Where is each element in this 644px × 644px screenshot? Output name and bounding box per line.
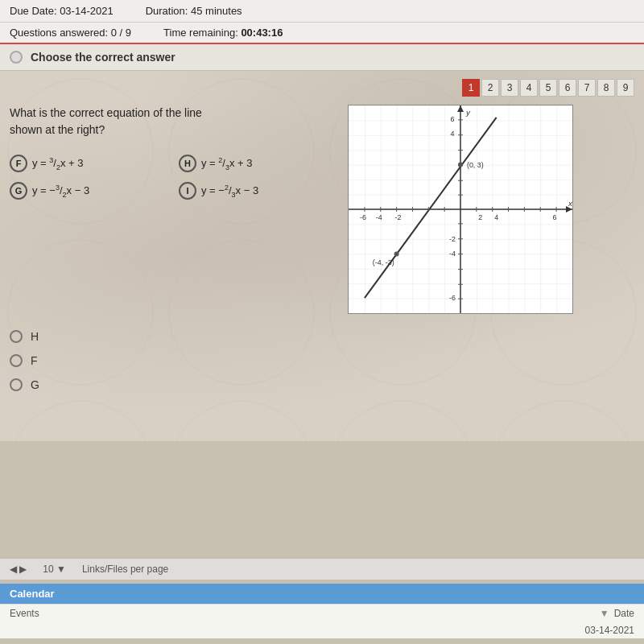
- option-H-math: y = 2/3x + 3: [201, 156, 253, 171]
- svg-text:-2: -2: [449, 235, 456, 243]
- radio-btn-F[interactable]: [10, 354, 23, 367]
- second-bar: Questions answered: 0 / 9 Time remaining…: [0, 23, 644, 44]
- radio-F[interactable]: F: [10, 354, 634, 367]
- calendar-title: Calendar: [10, 588, 55, 600]
- calendar-header: Calendar: [0, 584, 644, 604]
- page-3[interactable]: 3: [501, 79, 518, 97]
- radio-label-F: F: [31, 354, 38, 367]
- svg-point-20: [458, 162, 463, 167]
- filter-icon: ▼: [600, 608, 609, 619]
- question-instruction: Choose the correct answer: [31, 51, 175, 64]
- question-text-area: What is the correct equation of the line…: [10, 105, 332, 314]
- page-9[interactable]: 9: [617, 79, 634, 97]
- radio-label-H: H: [31, 330, 39, 343]
- svg-text:2: 2: [478, 213, 482, 221]
- svg-text:-6: -6: [449, 294, 456, 302]
- question-radio-indicator: [10, 51, 23, 64]
- calendar-date-value: 03-14-2021: [585, 625, 634, 636]
- option-G-label: G: [10, 182, 27, 200]
- option-F-label: F: [10, 155, 27, 172]
- svg-text:6: 6: [451, 115, 455, 123]
- option-H-label: H: [179, 155, 196, 172]
- question-header: Choose the correct answer: [0, 44, 644, 71]
- top-bar: Due Date: 03-14-2021 Duration: 45 minute…: [0, 0, 644, 23]
- main-content: 1 2 3 4 5 6 7 8 9 What is the correct eq…: [0, 71, 644, 441]
- page-2[interactable]: 2: [481, 79, 499, 97]
- radio-G[interactable]: G: [10, 378, 634, 391]
- date-filter-label: Date: [614, 608, 634, 619]
- svg-text:-6: -6: [360, 213, 366, 221]
- svg-text:(0, 3): (0, 3): [467, 161, 484, 169]
- nav-arrows: ◀ ▶: [10, 564, 27, 575]
- page-8[interactable]: 8: [597, 79, 615, 97]
- page-5[interactable]: 5: [539, 79, 557, 97]
- questions-answered: Questions answered: 0 / 9: [10, 27, 131, 39]
- duration: Duration: 45 minutes: [146, 5, 242, 17]
- option-G[interactable]: G y = −3/2x − 3: [10, 182, 163, 200]
- svg-text:4: 4: [494, 213, 498, 221]
- option-F-math: y = 3/2x + 3: [32, 156, 84, 171]
- option-H[interactable]: H y = 2/3x + 3: [179, 155, 332, 172]
- option-F[interactable]: F y = 3/2x + 3: [10, 155, 163, 172]
- question-text: What is the correct equation of the line…: [10, 105, 332, 138]
- answers-grid: F y = 3/2x + 3 H y = 2/3x + 3 G y = −3/2…: [10, 155, 332, 200]
- svg-text:-2: -2: [395, 213, 402, 221]
- pagination-row: 1 2 3 4 5 6 7 8 9: [10, 79, 634, 97]
- calendar-events-label: Events: [10, 608, 39, 619]
- due-date: Due Date: 03-14-2021: [10, 5, 114, 17]
- svg-text:-4: -4: [449, 250, 456, 258]
- radio-H[interactable]: H: [10, 330, 634, 343]
- page-1[interactable]: 1: [462, 79, 480, 97]
- page-indicator: 10 ▼: [43, 564, 66, 575]
- radio-label-G: G: [31, 378, 39, 391]
- option-I-label: I: [179, 182, 196, 200]
- calendar-body: Events ▼ Date: [0, 604, 644, 622]
- question-area: What is the correct equation of the line…: [10, 105, 634, 314]
- time-remaining-label: Time remaining: 00:43:16: [163, 27, 283, 39]
- page-6[interactable]: 6: [559, 79, 576, 97]
- calendar-date-row: 03-14-2021: [0, 622, 644, 638]
- svg-text:-4: -4: [376, 213, 382, 221]
- radio-btn-H[interactable]: [10, 330, 23, 343]
- svg-point-22: [394, 252, 399, 257]
- answer-radios: H F G: [10, 330, 634, 391]
- links-per-page: Links/Files per page: [82, 564, 168, 575]
- option-G-math: y = −3/2x − 3: [32, 184, 89, 199]
- option-I[interactable]: I y = −2/3x − 3: [179, 182, 332, 200]
- option-I-math: y = −2/3x − 3: [201, 184, 258, 199]
- svg-text:6: 6: [553, 213, 557, 221]
- calendar-section: Calendar Events ▼ Date 03-14-2021: [0, 584, 644, 644]
- calendar-filter[interactable]: ▼ Date: [600, 608, 634, 619]
- page-7[interactable]: 7: [578, 79, 596, 97]
- page-numbers: 1 2 3 4 5 6 7 8 9: [462, 79, 634, 97]
- svg-text:x: x: [568, 199, 572, 208]
- radio-btn-G[interactable]: [10, 378, 23, 391]
- graph-svg: -6 -4 -2 2 4 6 x 6 4 -2 -4 -6 y: [349, 105, 572, 313]
- time-value: 00:43:16: [241, 27, 283, 39]
- svg-text:4: 4: [451, 130, 455, 138]
- svg-text:(-4, -3): (-4, -3): [373, 258, 394, 266]
- svg-text:y: y: [465, 108, 471, 117]
- page-4[interactable]: 4: [520, 79, 538, 97]
- graph-container: -6 -4 -2 2 4 6 x 6 4 -2 -4 -6 y: [348, 105, 573, 314]
- bottom-bar: ◀ ▶ 10 ▼ Links/Files per page: [0, 558, 644, 580]
